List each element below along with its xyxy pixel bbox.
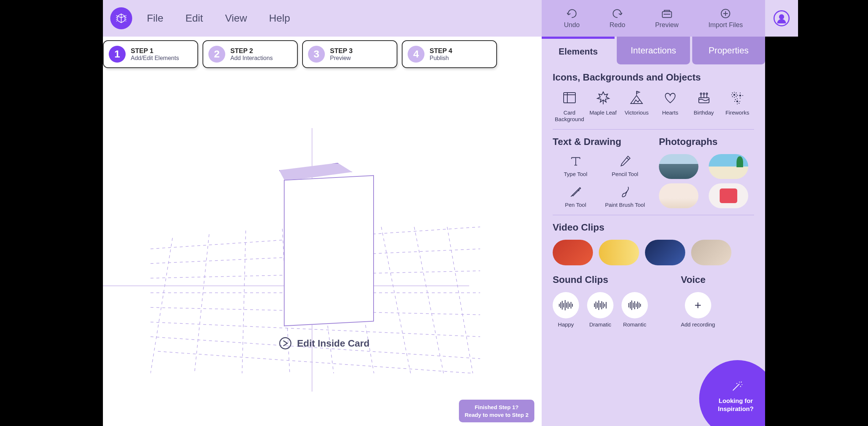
step-1[interactable]: 1 STEP 1Add/Edit Elements xyxy=(103,40,198,68)
sidebar-tabs: Elements Interactions Properties xyxy=(542,37,765,64)
type-tool[interactable]: Type Tool xyxy=(553,154,598,178)
pencil-tool-label: Pencil Tool xyxy=(612,171,638,178)
finished-step-prompt[interactable]: Finished Step 1? Ready to move to Step 2 xyxy=(459,400,534,422)
plus-icon: + xyxy=(694,299,701,312)
menu-file[interactable]: File xyxy=(147,12,163,24)
brush-icon xyxy=(618,185,632,199)
type-tool-label: Type Tool xyxy=(564,171,587,178)
main-menu: File Edit View Help xyxy=(147,12,290,24)
svg-line-18 xyxy=(447,227,473,373)
tab-interactions[interactable]: Interactions xyxy=(617,37,690,64)
app-logo[interactable] xyxy=(110,7,132,29)
profile-area xyxy=(765,0,798,37)
finished-line2: Ready to move to Step 2 xyxy=(465,411,528,419)
pencil-icon xyxy=(618,154,632,168)
brush-tool-label: Paint Brush Tool xyxy=(605,202,645,208)
undo-label: Undo xyxy=(564,21,580,29)
step-1-title: STEP 1 xyxy=(131,47,179,55)
icon-victorious[interactable]: Victorious xyxy=(620,90,653,123)
menu-edit[interactable]: Edit xyxy=(185,12,203,24)
step-wizard: 1 STEP 1Add/Edit Elements 2 STEP 2Add In… xyxy=(103,37,542,68)
icon-card-background[interactable]: Card Background xyxy=(553,90,586,123)
video-clip-2[interactable] xyxy=(599,240,639,265)
menu-view[interactable]: View xyxy=(225,12,247,24)
photo-cupcakes[interactable] xyxy=(659,183,698,208)
icon-maple-leaf[interactable]: Maple Leaf xyxy=(586,90,620,123)
sound-happy[interactable]: Happy xyxy=(553,292,579,328)
section-icons-title: Icons, Backgrounds and Objects xyxy=(553,72,754,83)
undo-icon xyxy=(565,8,578,19)
import-button[interactable]: Import Files xyxy=(708,8,743,29)
card-front[interactable] xyxy=(284,175,374,326)
step-3[interactable]: 3 STEP 3Preview xyxy=(302,40,397,68)
step-3-title: STEP 3 xyxy=(330,47,353,55)
canvas-stage[interactable]: Edit Inside Card Finished Step 1? Ready … xyxy=(103,73,542,426)
sound-romantic[interactable]: Romantic xyxy=(622,292,648,328)
fireworks-icon xyxy=(729,90,745,106)
icon-hearts[interactable]: Hearts xyxy=(653,90,687,123)
video-clip-4[interactable] xyxy=(691,240,731,265)
inspire-line1: Looking for xyxy=(719,397,753,404)
import-icon xyxy=(719,8,732,19)
wand-icon xyxy=(728,380,743,395)
photo-mountains[interactable] xyxy=(659,154,698,179)
profile-button[interactable] xyxy=(774,10,790,26)
greeting-card[interactable] xyxy=(279,163,374,309)
svg-rect-20 xyxy=(564,93,575,103)
svg-point-32 xyxy=(737,101,738,102)
menu-help[interactable]: Help xyxy=(269,12,290,24)
video-clip-1[interactable] xyxy=(553,240,593,265)
add-recording[interactable]: +Add recording xyxy=(681,292,715,328)
redo-button[interactable]: Redo xyxy=(609,8,625,29)
flag-mountain-icon xyxy=(628,90,645,106)
step-4-num: 4 xyxy=(408,46,424,63)
heart-icon xyxy=(662,90,678,106)
redo-icon xyxy=(611,8,624,19)
svg-point-27 xyxy=(700,93,702,94)
icon-fireworks[interactable]: Fireworks xyxy=(720,90,754,123)
tab-elements[interactable]: Elements xyxy=(542,37,615,64)
section-sound-title: Sound Clips xyxy=(553,274,670,285)
step-2-desc: Add Interactions xyxy=(230,55,273,61)
svg-point-28 xyxy=(703,93,705,94)
icon-bday-label: Birthday xyxy=(694,109,714,116)
divider-1 xyxy=(553,129,754,130)
right-sidebar: Elements Interactions Properties Icons, … xyxy=(542,37,765,426)
icon-birthday[interactable]: Birthday xyxy=(687,90,721,123)
profile-icon xyxy=(779,14,784,19)
svg-point-19 xyxy=(280,338,291,349)
pen-tool[interactable]: Pen Tool xyxy=(553,185,598,208)
pencil-tool[interactable]: Pencil Tool xyxy=(602,154,648,178)
canvas-area: 1 STEP 1Add/Edit Elements 2 STEP 2Add In… xyxy=(103,37,542,426)
inspiration-button[interactable]: Looking forInspiration? xyxy=(699,360,765,426)
step-4[interactable]: 4 STEP 4Publish xyxy=(402,40,497,68)
preview-label: Preview xyxy=(655,21,679,29)
preview-icon xyxy=(660,8,674,19)
step-3-num: 3 xyxy=(308,46,325,63)
undo-button[interactable]: Undo xyxy=(564,8,580,29)
section-voice-title: Voice xyxy=(681,274,754,285)
waveform-icon xyxy=(628,300,641,310)
preview-button[interactable]: Preview xyxy=(655,8,679,29)
waveform-icon xyxy=(594,300,607,310)
svg-point-29 xyxy=(706,93,708,94)
sound-dramatic[interactable]: Dramatic xyxy=(587,292,613,328)
video-clip-3[interactable] xyxy=(645,240,685,265)
svg-line-17 xyxy=(414,227,444,373)
icon-card-bg-label: Card Background xyxy=(553,109,586,123)
photo-gift[interactable] xyxy=(709,183,748,208)
main-area: 1 STEP 1Add/Edit Elements 2 STEP 2Add In… xyxy=(103,37,765,426)
edit-inside-button[interactable]: Edit Inside Card xyxy=(279,337,370,350)
tab-properties[interactable]: Properties xyxy=(692,37,765,64)
sound-dramatic-label: Dramatic xyxy=(589,321,611,328)
svg-point-31 xyxy=(740,95,741,96)
section-photos-title: Photographs xyxy=(659,136,754,147)
step-4-title: STEP 4 xyxy=(430,47,452,55)
pen-tool-label: Pen Tool xyxy=(565,202,586,208)
step-1-num: 1 xyxy=(109,46,126,63)
sound-romantic-label: Romantic xyxy=(623,321,646,328)
brush-tool[interactable]: Paint Brush Tool xyxy=(602,185,648,208)
card-bg-icon xyxy=(561,90,578,106)
step-2[interactable]: 2 STEP 2Add Interactions xyxy=(203,40,298,68)
photo-beach[interactable] xyxy=(709,154,748,179)
